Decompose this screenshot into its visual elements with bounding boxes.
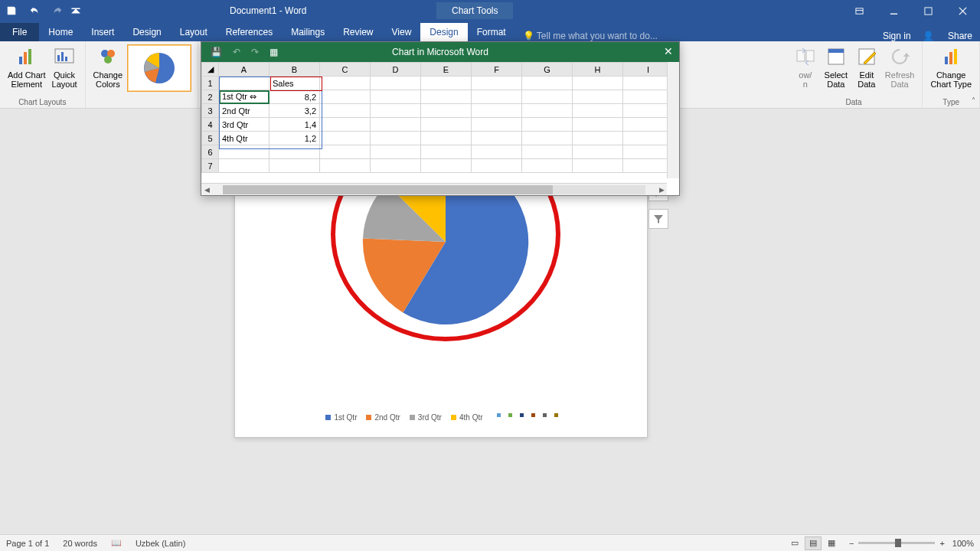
tab-references[interactable]: References (217, 23, 282, 41)
col-header[interactable]: F (472, 63, 522, 77)
legend-swatch (366, 415, 371, 420)
select-data-icon (824, 44, 848, 69)
tab-chart-format[interactable]: Format (468, 23, 515, 41)
row-header[interactable]: 7 (202, 159, 219, 173)
legend-item[interactable]: 3rd Qtr (410, 413, 442, 422)
add-chart-element-button[interactable]: Add Chart Element (5, 43, 49, 90)
zoom-control[interactable]: − + 100% (849, 539, 974, 548)
status-language[interactable]: Uzbek (Latin) (136, 539, 185, 548)
maximize-button[interactable] (911, 0, 946, 21)
col-header[interactable]: B (270, 63, 320, 77)
chart-legend[interactable]: 1st Qtr 2nd Qtr 3rd Qtr 4th Qtr (243, 413, 641, 422)
sign-in-link[interactable]: Sign in (883, 31, 911, 41)
chart-datasheet-window[interactable]: 💾 ↶ ↷ ▦ Chart in Microsoft Word ✕ ◢ A B … (201, 41, 680, 196)
share-button[interactable]: 👤 Share (923, 31, 972, 41)
cell[interactable]: 3,2 (270, 104, 320, 118)
chart-filters-button[interactable] (648, 209, 668, 229)
datasheet-vscroll[interactable] (667, 62, 679, 178)
row-header[interactable]: 4 (202, 118, 219, 132)
cell[interactable]: 1,2 (270, 132, 320, 145)
ribbon-display-icon[interactable] (842, 0, 877, 21)
minimize-button[interactable] (877, 0, 911, 21)
row-header[interactable]: 6 (202, 145, 219, 159)
qat-customize[interactable] (69, 0, 83, 21)
zoom-slider[interactable] (858, 542, 935, 544)
collapse-ribbon-button[interactable]: ˄ (972, 96, 975, 105)
zoom-in-button[interactable]: + (939, 539, 944, 548)
chart-style-gallery-item[interactable] (127, 44, 191, 92)
legend-item[interactable]: 4th Qtr (451, 413, 483, 422)
col-header[interactable]: D (371, 63, 421, 77)
cell[interactable] (219, 77, 270, 90)
legend-item[interactable]: 2nd Qtr (366, 413, 400, 422)
status-page[interactable]: Page 1 of 1 (6, 539, 49, 548)
select-all-cell[interactable]: ◢ (202, 63, 219, 77)
tab-review[interactable]: Review (334, 23, 382, 41)
zoom-thumb[interactable] (895, 539, 901, 547)
view-print-layout[interactable]: ▤ (805, 536, 822, 550)
col-header[interactable]: E (421, 63, 472, 77)
tell-me-input[interactable]: 💡 Tell me what you want to do... (523, 31, 658, 41)
tab-view[interactable]: View (383, 23, 421, 41)
switch-row-col-button[interactable]: ow/ n (790, 43, 821, 90)
save-button[interactable] (0, 0, 23, 21)
status-words[interactable]: 20 words (63, 539, 97, 548)
cell[interactable]: 1,4 (270, 118, 320, 132)
col-header[interactable]: A (219, 63, 270, 77)
tab-layout[interactable]: Layout (171, 23, 217, 41)
legend-item[interactable]: 1st Qtr (325, 413, 357, 422)
scroll-left-icon[interactable]: ◀ (201, 186, 212, 194)
view-read-mode[interactable]: ▭ (786, 536, 803, 550)
ds-save-icon[interactable]: 💾 (211, 47, 222, 57)
quick-layout-button[interactable]: Quick Layout (49, 43, 80, 90)
title-bar: Document1 - Word Chart Tools (0, 0, 980, 21)
refresh-icon (887, 44, 912, 69)
redo-button[interactable] (46, 0, 69, 21)
ds-redo-icon[interactable]: ↷ (251, 47, 259, 57)
status-bar: Page 1 of 1 20 words 📖 Uzbek (Latin) ▭ ▤… (0, 534, 980, 551)
ds-undo-icon[interactable]: ↶ (233, 47, 240, 57)
cell-selected[interactable]: 1st Qtr ⇔ (219, 90, 270, 104)
undo-button[interactable] (23, 0, 46, 21)
tab-mailings[interactable]: Mailings (282, 23, 334, 41)
svg-rect-8 (65, 57, 67, 61)
row-header[interactable]: 2 (202, 90, 219, 104)
datasheet-grid[interactable]: ◢ A B C D E F G H I 1 Sales 2 1st Qtr ⇔ … (201, 62, 679, 180)
chart-element-icon (15, 44, 39, 69)
tab-home[interactable]: Home (39, 23, 82, 41)
refresh-data-button[interactable]: Refresh Data (882, 43, 918, 90)
tab-design[interactable]: Design (123, 23, 170, 41)
col-header[interactable]: G (522, 63, 573, 77)
col-header[interactable]: C (320, 63, 371, 77)
cell[interactable]: 3rd Qtr (219, 118, 270, 132)
zoom-level[interactable]: 100% (952, 539, 974, 548)
cell[interactable]: 2nd Qtr (219, 104, 270, 118)
edit-data-button[interactable]: Edit Data (851, 43, 882, 90)
col-header[interactable]: I (623, 63, 674, 77)
tab-insert[interactable]: Insert (82, 23, 123, 41)
status-proofing-icon[interactable]: 📖 (111, 538, 122, 548)
datasheet-close-button[interactable]: ✕ (664, 45, 673, 57)
cell[interactable]: 4th Qtr (219, 132, 270, 145)
svg-rect-19 (949, 52, 952, 64)
cell[interactable]: 8,2 (270, 90, 320, 104)
change-chart-type-button[interactable]: Change Chart Type (927, 43, 975, 90)
datasheet-hscroll[interactable]: ◀ ▶ (201, 183, 667, 195)
select-data-button[interactable]: Select Data (821, 43, 851, 90)
col-header[interactable]: H (573, 63, 623, 77)
ds-options-icon[interactable]: ▦ (270, 47, 278, 57)
cell[interactable]: Sales (270, 77, 320, 90)
scroll-right-icon[interactable]: ▶ (656, 186, 667, 194)
row-header[interactable]: 1 (202, 77, 219, 90)
zoom-out-button[interactable]: − (849, 539, 854, 548)
close-button[interactable] (946, 0, 980, 21)
tab-file[interactable]: File (0, 23, 39, 41)
row-header[interactable]: 3 (202, 104, 219, 118)
row-header[interactable]: 5 (202, 132, 219, 145)
view-web-layout[interactable]: ▦ (823, 536, 840, 550)
edit-data-label: Edit Data (858, 70, 875, 89)
change-colors-button[interactable]: Change Colors (90, 43, 126, 90)
svg-rect-0 (856, 8, 863, 13)
tab-chart-design[interactable]: Design (420, 23, 467, 41)
hscroll-thumb[interactable] (223, 185, 553, 194)
